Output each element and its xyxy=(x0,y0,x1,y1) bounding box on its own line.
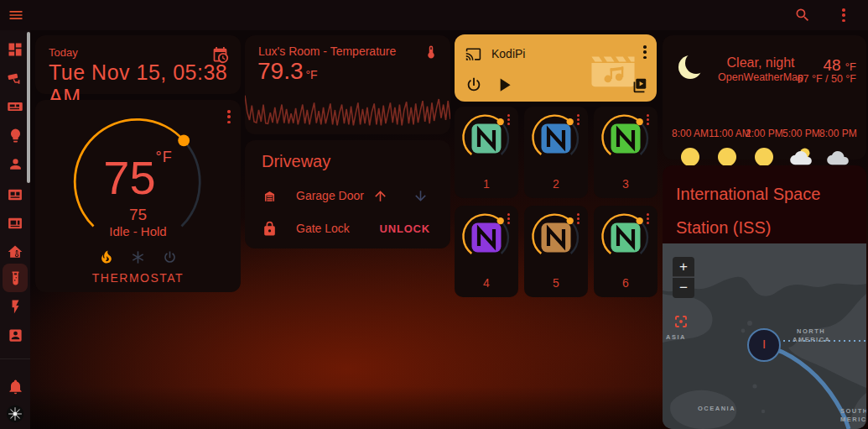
iss-map[interactable]: I + − ASIA NORTH AMERICA OCEANIA SOUTH M… xyxy=(663,243,866,429)
nfc-ring xyxy=(527,112,585,170)
off-power-button[interactable] xyxy=(161,248,179,266)
sidebar-item-dashboard[interactable] xyxy=(6,40,24,59)
weather-card[interactable]: Clear, night OpenWeatherMap 48 °F 67 °F … xyxy=(663,35,866,160)
tile-number: 5 xyxy=(524,276,588,290)
sidebar-item-people[interactable] xyxy=(6,154,24,173)
iss-card-title: International Space Station (ISS) xyxy=(676,177,856,244)
forecast-time: 5:00 PM xyxy=(782,128,819,139)
sidebar-item-account-box[interactable] xyxy=(6,326,24,344)
sidebar-scrollbar[interactable] xyxy=(27,32,30,183)
driveway-title: Driveway xyxy=(262,152,330,171)
nfc-tile-5[interactable]: 5 xyxy=(524,206,588,297)
map-label-south: SOUTH xyxy=(840,407,866,415)
map-label-oceania: OCEANIA xyxy=(698,405,735,412)
thermostat-dial-handle[interactable] xyxy=(178,135,190,147)
lux-card-title: Lux's Room - Temperature xyxy=(258,44,396,58)
garage-icon xyxy=(262,188,278,204)
nfc-tile-6[interactable]: 6 xyxy=(594,206,657,297)
notifications-bell-icon[interactable] xyxy=(6,377,24,395)
cool-mode-button[interactable] xyxy=(129,248,148,266)
overflow-menu-icon[interactable] xyxy=(842,8,845,22)
sidebar-item-cameras[interactable] xyxy=(6,69,24,87)
lux-temperature-card[interactable]: Lux's Room - Temperature 79.3°F xyxy=(245,35,450,134)
nfc-ring xyxy=(457,211,516,269)
weather-high-low: 67 °F / 50 °F xyxy=(798,73,856,85)
top-bar xyxy=(0,0,868,30)
clock-card: Today Tue Nov 15, 05:38 AM xyxy=(35,35,241,94)
map-label-america: AMERICA xyxy=(793,336,831,343)
sidebar-item-home-climate[interactable] xyxy=(6,243,24,261)
thermometer-icon xyxy=(424,44,439,60)
forecast-time: 8:00 AM xyxy=(672,128,709,139)
map-label-north: NORTH xyxy=(797,327,825,335)
forecast-time: 11:00 AM xyxy=(709,128,746,139)
iss-card: International Space Station (ISS) I + − xyxy=(663,165,866,429)
cast-icon xyxy=(465,46,481,62)
nfc-tile-2[interactable]: 2 xyxy=(524,107,588,198)
gate-lock-label: Gate Lock xyxy=(296,222,350,235)
menu-icon[interactable] xyxy=(8,7,24,24)
forecast-time: 2:00 PM xyxy=(746,128,782,139)
gate-lock-row: Gate Lock UNLOCK xyxy=(262,218,437,238)
tile-number: 2 xyxy=(524,177,588,191)
nfc-tile-1[interactable]: 1 xyxy=(455,107,518,198)
weather-temperature: 48 °F xyxy=(823,56,856,75)
sidebar-divider xyxy=(0,358,30,359)
weather-attribution: OpenWeatherMap xyxy=(715,71,807,83)
map-label-south-america: MERICA xyxy=(840,416,866,423)
thermostat-unit: °F xyxy=(156,149,173,165)
thermostat-card: 75°F 75 Idle - Hold THERMOSTAT xyxy=(35,100,241,292)
nfc-ring xyxy=(527,211,585,269)
lock-icon xyxy=(262,221,278,237)
tile-number: 4 xyxy=(455,276,518,290)
media-player-name: KodiPi xyxy=(491,47,525,60)
sidebar-item-media-device[interactable] xyxy=(6,97,24,116)
thermostat-menu-icon[interactable] xyxy=(227,110,231,123)
garage-door-label: Garage Door xyxy=(296,189,364,202)
sidebar-item-lights[interactable] xyxy=(6,126,24,144)
tile-number: 1 xyxy=(455,177,518,191)
nfc-tile-3[interactable]: 3 xyxy=(594,107,657,198)
sidebar xyxy=(0,30,30,429)
sidebar-item-screen-media[interactable] xyxy=(6,214,24,233)
garage-open-arrow-up-icon[interactable] xyxy=(372,188,388,204)
nfc-tile-4[interactable]: 4 xyxy=(455,206,518,297)
garage-close-arrow-down-icon[interactable] xyxy=(413,188,429,204)
sidebar-item-screen-dashboard[interactable] xyxy=(6,186,24,204)
temperature-sparkline xyxy=(245,87,450,133)
map-zoom-out-button[interactable]: − xyxy=(673,278,694,298)
unlock-button[interactable]: UNLOCK xyxy=(380,222,430,235)
lux-temperature-value: 79.3°F xyxy=(257,58,318,85)
weather-condition: Clear, night xyxy=(715,55,807,71)
tile-number: 6 xyxy=(594,276,657,290)
sidebar-item-lab[interactable] xyxy=(6,269,24,287)
nfc-ring xyxy=(596,211,655,269)
clock-card-title: Today xyxy=(49,46,78,59)
power-icon[interactable] xyxy=(465,76,483,94)
media-menu-icon[interactable] xyxy=(643,45,647,59)
map-locate-crosshair-icon[interactable] xyxy=(673,314,689,329)
play-icon[interactable] xyxy=(493,74,515,96)
sidebar-item-energy[interactable] xyxy=(6,297,24,316)
moon-crescent-icon xyxy=(676,52,706,82)
forecast-time: 8:00 PM xyxy=(819,128,856,139)
thermostat-current-temp: 75°F xyxy=(35,149,241,205)
map-label-asia: ASIA xyxy=(666,333,686,341)
tile-number: 3 xyxy=(594,177,657,191)
iss-marker-label: I xyxy=(756,337,772,351)
dashboard-background: Today Tue Nov 15, 05:38 AM 75°F 75 Idle … xyxy=(0,0,868,429)
garage-door-row: Garage Door xyxy=(262,186,437,206)
user-avatar[interactable] xyxy=(6,405,24,423)
thermostat-name: THERMOSTAT xyxy=(35,271,241,285)
search-icon[interactable] xyxy=(794,7,811,24)
nfc-ring xyxy=(457,112,516,170)
thermostat-status: Idle - Hold xyxy=(35,224,241,238)
thermostat-target-temp: 75 xyxy=(35,206,241,224)
driveway-card: Driveway Garage Door Gate Lock UNLOCK xyxy=(245,140,450,249)
nfc-ring xyxy=(596,112,655,170)
map-zoom-in-button[interactable]: + xyxy=(673,257,694,277)
library-play-icon[interactable] xyxy=(630,76,648,95)
thermostat-mode-row xyxy=(35,248,241,266)
heat-mode-button[interactable] xyxy=(97,248,116,266)
media-player-card[interactable]: KodiPi xyxy=(455,34,657,102)
